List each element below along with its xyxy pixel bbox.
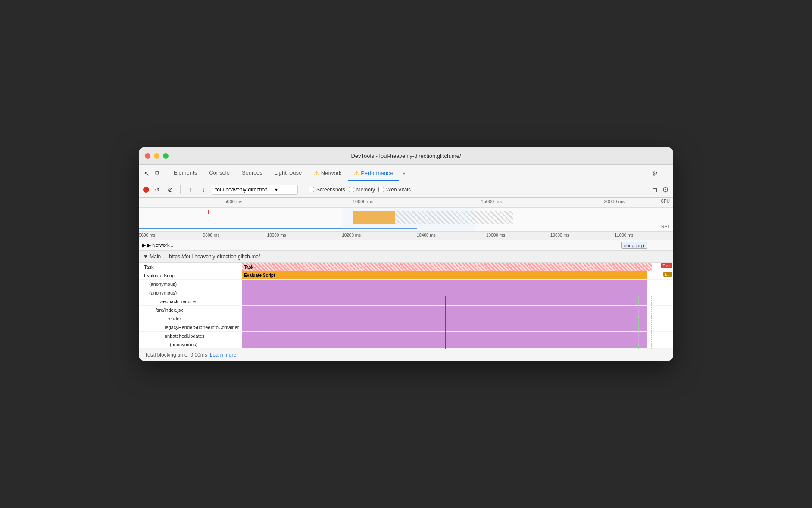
trash-button[interactable]: 🗑	[652, 186, 659, 194]
settings-icon: ⚙	[652, 170, 658, 177]
flame-row-legacy: legacyRenderSubtreeIntoContainer	[139, 323, 673, 332]
flame-row-anon2: (anonymous)	[139, 288, 673, 297]
webpack-bar	[242, 297, 647, 305]
devtools-window: DevTools - foul-heavenly-direction.glitc…	[139, 147, 673, 361]
time-10000: 10000 ms	[267, 233, 286, 238]
network-row: ▶ ▶ Network .. soop.jpg (	[139, 240, 673, 251]
unbatched-label: unbatchedUpdates	[139, 333, 242, 339]
ruler-mark-15000: 15000 ms	[481, 199, 502, 204]
time-9600: 9600 ms	[139, 233, 155, 238]
record-button[interactable]	[143, 187, 149, 193]
close-button[interactable]	[145, 153, 150, 159]
time-10400: 10400 ms	[417, 233, 436, 238]
download-button[interactable]: ↓	[199, 185, 208, 194]
tab-network[interactable]: ⚠ Network	[308, 166, 347, 181]
url-dropdown[interactable]: foul-heavenly-direction.... ▾	[212, 185, 298, 195]
time-10800: 10800 ms	[550, 233, 569, 238]
web-vitals-checkbox-group[interactable]: Web Vitals	[378, 187, 411, 193]
download-icon: ↓	[202, 186, 205, 193]
layers-icon: ⧉	[155, 169, 159, 177]
gear-red-icon: ⚙	[662, 185, 669, 194]
task-bar-label: Task	[244, 265, 253, 270]
ban-icon: ⊘	[168, 186, 173, 193]
anon3-bar-area	[242, 340, 673, 348]
url-text: foul-heavenly-direction....	[215, 187, 273, 193]
legacy-label: legacyRenderSubtreeIntoContainer	[139, 325, 242, 330]
src-bar-area	[242, 306, 673, 314]
anon2-bar-area	[242, 288, 673, 297]
toolbar-divider-1	[165, 169, 165, 178]
selection-overlay[interactable]	[342, 208, 475, 231]
ruler-mark-5000: 5000 ms	[224, 199, 242, 204]
flame-row-anon3: (anonymous)	[139, 340, 673, 349]
timeline-container: 5000 ms 10000 ms 15000 ms 20000 ms CPU N…	[139, 198, 673, 251]
time-9800: 9800 ms	[203, 233, 219, 238]
cursor-icon: ↖	[144, 170, 150, 177]
performance-settings-button[interactable]: ⚙	[662, 185, 669, 194]
minimize-button[interactable]	[154, 153, 159, 159]
flame-chart-container: ▼ Main — https://foul-heavenly-direction…	[139, 251, 673, 349]
layers-tool-button[interactable]: ⧉	[153, 169, 162, 178]
red-tick-1	[208, 210, 209, 214]
settings-button[interactable]: ⚙	[650, 169, 659, 178]
more-menu-button[interactable]: ⋮	[660, 169, 670, 178]
legacy-bar-area	[242, 323, 673, 331]
anon2-bar	[242, 288, 647, 297]
net-label: NET	[661, 224, 670, 229]
upload-icon: ↑	[189, 186, 192, 193]
more-tabs-button[interactable]: »	[400, 169, 408, 177]
refresh-button[interactable]: ↺	[153, 185, 162, 194]
evaluate-bar-label: Evaluate Script	[244, 273, 275, 278]
soop-badge-container: soop.jpg (	[621, 241, 647, 249]
memory-checkbox-group[interactable]: Memory	[349, 187, 375, 193]
trash-icon: 🗑	[652, 186, 659, 193]
time-10600: 10600 ms	[486, 233, 505, 238]
controls-divider-1	[180, 185, 181, 194]
blocking-time-text: Total blocking time: 0.00ms	[145, 352, 207, 358]
traffic-lights	[145, 153, 169, 159]
maximize-button[interactable]	[163, 153, 169, 159]
task-bar-red: Task	[242, 263, 652, 271]
tab-lighthouse[interactable]: Lighthouse	[269, 166, 308, 180]
anon1-bar-area	[242, 280, 673, 288]
tab-console[interactable]: Console	[203, 166, 236, 180]
overview-tracks[interactable]: NET	[139, 208, 673, 232]
screenshots-checkbox[interactable]	[309, 187, 314, 192]
src-bar	[242, 306, 647, 314]
web-vitals-label: Web Vitals	[386, 187, 411, 193]
tab-sources[interactable]: Sources	[236, 166, 269, 180]
render-label: _... render	[139, 316, 242, 321]
evaluate-label: Evaluate Script	[139, 273, 242, 278]
render-bar-area	[242, 314, 673, 323]
ban-button[interactable]: ⊘	[166, 185, 175, 194]
time-10200: 10200 ms	[342, 233, 361, 238]
screenshots-checkbox-group[interactable]: Screenshots	[309, 187, 345, 193]
anon3-bar	[242, 340, 647, 348]
memory-checkbox[interactable]	[349, 187, 354, 192]
nav-toolbar: ↖ ⧉ Elements Console Sources Lighthouse …	[139, 165, 673, 182]
web-vitals-checkbox[interactable]	[378, 187, 384, 192]
flame-row-task: Task Task Task	[139, 263, 673, 271]
network-triangle-icon: ▶	[142, 242, 146, 248]
upload-button[interactable]: ↑	[186, 185, 195, 194]
evaluate-bar-area: Evaluate Script L...	[242, 271, 673, 279]
tab-performance[interactable]: ⚠ Performance	[348, 166, 399, 181]
learn-more-link[interactable]: Learn more	[210, 352, 236, 358]
flame-row-webpack: __webpack_require__	[139, 297, 673, 306]
webpack-bar-area	[242, 297, 673, 305]
cpu-label: CPU	[661, 199, 670, 204]
nav-tabs: Elements Console Sources Lighthouse ⚠ Ne…	[168, 166, 399, 181]
time-11000: 11000 ms	[615, 233, 634, 238]
performance-warning-icon: ⚠	[354, 169, 359, 176]
tab-elements[interactable]: Elements	[168, 166, 203, 180]
cursor-tool-button[interactable]: ↖	[142, 169, 152, 178]
task-label: Task	[139, 264, 242, 270]
network-row-text: ▶ Network ..	[147, 242, 174, 248]
network-row-label: ▶ ▶ Network ..	[139, 242, 174, 248]
controls-divider-2	[303, 185, 303, 194]
flame-row-evaluate: Evaluate Script Evaluate Script L...	[139, 271, 673, 280]
refresh-icon: ↺	[155, 186, 160, 193]
memory-label: Memory	[356, 187, 375, 193]
task-bar-area: Task Task	[242, 263, 673, 271]
evaluate-bar: Evaluate Script	[242, 271, 647, 279]
